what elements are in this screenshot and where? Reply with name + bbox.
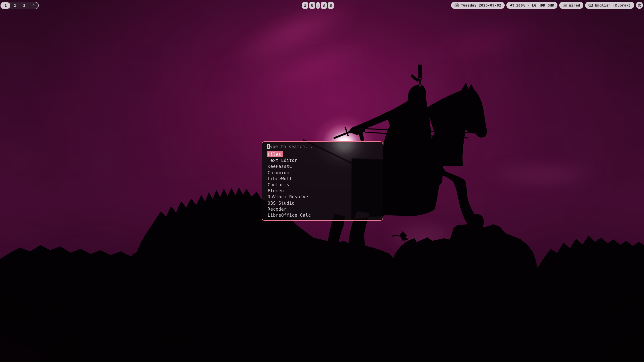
launcher-item-obs-studio[interactable]: OBS Studio	[267, 200, 383, 206]
workspace-button-3[interactable]: 3	[20, 2, 29, 9]
clock-colon: :	[316, 2, 320, 9]
volume-label: 100% · LG HDR QHD	[516, 3, 554, 7]
workspace-switcher[interactable]: 1 2 3 4	[1, 2, 39, 9]
date-widget[interactable]: Tuesday 2025-09-02	[451, 2, 505, 9]
app-launcher: Type to search... Files Text Editor KeeP…	[262, 141, 383, 221]
workspace-button-4[interactable]: 4	[29, 2, 38, 9]
network-widget[interactable]: Wired	[559, 2, 583, 9]
power-button[interactable]	[636, 2, 643, 9]
launcher-results: Files Text Editor KeePassXC Chromium Lib…	[267, 151, 383, 218]
clock-digit: 3	[321, 2, 327, 9]
speaker-icon	[510, 3, 514, 8]
network-label: Wired	[569, 3, 580, 7]
status-tray: Tuesday 2025-09-02 100% · LG HDR QHD Wir…	[451, 2, 643, 9]
launcher-item-libreoffice-calc[interactable]: LibreOffice Calc	[267, 212, 383, 218]
clock: 1 0 : 3 8	[302, 2, 334, 9]
keyboard-layout-label: English (Dvorak)	[595, 3, 631, 7]
top-bar: 1 2 3 4 1 0 : 3 8 T	[0, 0, 644, 11]
volume-widget[interactable]: 100% · LG HDR QHD	[506, 2, 558, 9]
workspace-button-2[interactable]: 2	[10, 2, 20, 9]
workspace-button-1[interactable]: 1	[1, 2, 10, 9]
keyboard-layout-widget[interactable]: English (Dvorak)	[585, 2, 634, 9]
clock-digit: 0	[309, 2, 315, 9]
launcher-item-text-editor[interactable]: Text Editor	[267, 157, 383, 163]
launcher-item-recoder[interactable]: Recoder	[267, 206, 383, 212]
launcher-item-contacts[interactable]: Contacts	[267, 182, 383, 188]
date-label: Tuesday 2025-09-02	[461, 3, 501, 7]
text-cursor: T	[267, 144, 270, 149]
ethernet-icon	[562, 3, 567, 8]
desktop: 1 2 3 4 1 0 : 3 8 T	[0, 0, 644, 362]
calendar-icon	[454, 3, 459, 8]
launcher-item-chromium[interactable]: Chromium	[267, 170, 383, 176]
launcher-item-librewolf[interactable]: LibreWolf	[267, 176, 383, 182]
launcher-item-keepassxc[interactable]: KeePassXC	[267, 163, 383, 169]
search-input[interactable]: Type to search...	[267, 144, 383, 151]
launcher-item-davinci-resolve[interactable]: DaVinci Resolve	[267, 194, 383, 200]
power-icon	[637, 3, 642, 8]
launcher-item-files[interactable]: Files	[267, 151, 383, 157]
launcher-item-element[interactable]: Element	[267, 188, 383, 194]
clock-digit: 1	[302, 2, 308, 9]
clock-digit: 8	[328, 2, 334, 9]
search-placeholder: ype to search...	[270, 144, 313, 149]
keyboard-icon	[588, 3, 593, 8]
